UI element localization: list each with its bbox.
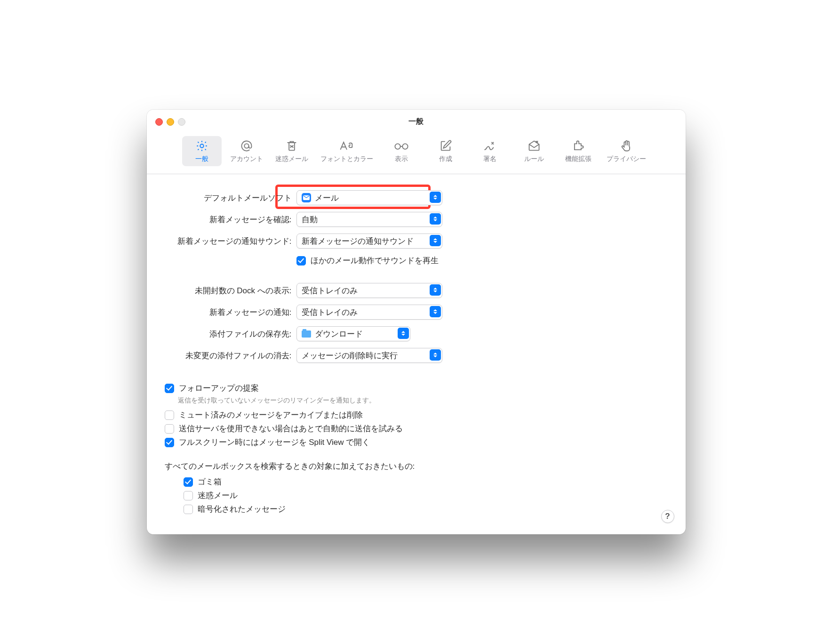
chevron-updown-icon	[430, 213, 441, 225]
mail-app-icon	[302, 193, 311, 202]
followup-subtext: 返信を受け取っていないメッセージのリマインダーを通知します。	[178, 396, 668, 405]
followup-label: フォローアップの提案	[179, 383, 259, 394]
at-icon	[240, 139, 253, 153]
dock-unread-label: 未開封数の Dock への表示:	[165, 285, 296, 296]
downloads-value: ダウンロード	[315, 329, 363, 339]
close-icon[interactable]	[155, 118, 163, 126]
search-junk-label: 迷惑メール	[198, 490, 238, 501]
check-new-label: 新着メッセージを確認:	[165, 214, 296, 225]
notify-new-value: 受信トレイのみ	[302, 307, 358, 318]
tab-label: フォントとカラー	[320, 155, 373, 163]
window-controls	[155, 118, 185, 126]
search-encrypted-label: 暗号化されたメッセージ	[198, 504, 286, 515]
puzzle-icon	[572, 139, 585, 153]
tab-label: 表示	[395, 155, 408, 163]
split-view-label: フルスクリーン時にはメッセージを Split View で開く	[179, 437, 370, 448]
gear-icon	[195, 139, 208, 153]
tab-rules[interactable]: ルール	[514, 136, 554, 166]
svg-point-2	[395, 144, 400, 149]
preferences-body: デフォルトメールソフト メール 新着メッセージを確認: 自動 新着メッセージの通…	[147, 174, 686, 534]
downloads-label: 添付ファイルの保存先:	[165, 329, 296, 339]
tab-label: アカウント	[230, 155, 263, 163]
check-new-popup[interactable]: 自動	[296, 212, 442, 227]
help-button[interactable]: ?	[661, 510, 674, 523]
toolbar: 一般 アカウント 迷惑メール フォントとカラー 表示 作成 署名 ルール	[147, 133, 686, 174]
tab-signatures[interactable]: 署名	[470, 136, 510, 166]
tab-label: 迷惑メール	[275, 155, 308, 163]
tab-label: ルール	[524, 155, 544, 163]
default-mail-value: メール	[315, 193, 339, 203]
folder-icon	[302, 330, 311, 338]
play-other-sounds-label: ほかのメール動作でサウンドを再生	[311, 255, 439, 266]
sound-label: 新着メッセージの通知サウンド:	[165, 236, 296, 247]
remove-attach-label: 未変更の添付ファイルの消去:	[165, 350, 296, 361]
check-new-value: 自動	[302, 214, 318, 225]
tab-general[interactable]: 一般	[182, 136, 222, 166]
svg-point-0	[200, 144, 203, 147]
downloads-popup[interactable]: ダウンロード	[296, 326, 410, 341]
titlebar: 一般	[147, 110, 686, 133]
tab-label: プライバシー	[607, 155, 646, 163]
rules-icon	[528, 139, 541, 153]
play-other-sounds-checkbox[interactable]	[296, 256, 306, 266]
trash-icon	[285, 139, 298, 153]
tab-privacy[interactable]: プライバシー	[603, 136, 650, 166]
split-view-checkbox[interactable]	[165, 438, 174, 447]
tab-fonts-colors[interactable]: フォントとカラー	[317, 136, 377, 166]
svg-point-1	[244, 144, 248, 148]
svg-point-3	[402, 144, 408, 149]
zoom-icon[interactable]	[178, 118, 185, 126]
dock-unread-value: 受信トレイのみ	[302, 285, 358, 296]
retry-send-label: 送信サーバを使用できない場合はあとで自動的に送信を試みる	[179, 423, 403, 434]
window-title: 一般	[408, 117, 424, 127]
sound-value: 新着メッセージの通知サウンド	[302, 236, 414, 247]
compose-icon	[439, 139, 452, 153]
fonts-icon	[339, 139, 355, 153]
sound-popup[interactable]: 新着メッセージの通知サウンド	[296, 233, 442, 249]
tab-composing[interactable]: 作成	[426, 136, 465, 166]
notify-new-label: 新着メッセージの通知:	[165, 307, 296, 318]
chevron-updown-icon	[430, 306, 441, 317]
tab-junk[interactable]: 迷惑メール	[272, 136, 312, 166]
tab-accounts[interactable]: アカウント	[226, 136, 267, 166]
archive-muted-checkbox[interactable]	[165, 411, 174, 420]
tab-label: 一般	[195, 155, 208, 163]
chevron-updown-icon	[398, 328, 409, 339]
preferences-window: 一般 一般 アカウント 迷惑メール フォントとカラー 表示 作成 署名	[147, 110, 686, 534]
chevron-updown-icon	[430, 235, 441, 246]
glasses-icon	[393, 139, 409, 153]
chevron-updown-icon	[430, 349, 441, 361]
remove-attach-popup[interactable]: メッセージの削除時に実行	[296, 348, 442, 363]
search-encrypted-checkbox[interactable]	[184, 505, 193, 514]
search-heading: すべてのメールボックスを検索するときの対象に加えておきたいもの:	[165, 461, 668, 472]
minimize-icon[interactable]	[167, 118, 174, 126]
notify-new-popup[interactable]: 受信トレイのみ	[296, 305, 442, 320]
tab-label: 作成	[439, 155, 452, 163]
signature-icon	[483, 139, 497, 153]
remove-attach-value: メッセージの削除時に実行	[302, 350, 398, 361]
retry-send-checkbox[interactable]	[165, 424, 174, 434]
default-mail-popup[interactable]: メール	[296, 190, 442, 205]
hand-icon	[620, 139, 633, 153]
tab-viewing[interactable]: 表示	[382, 136, 421, 166]
default-mail-label: デフォルトメールソフト	[165, 193, 296, 203]
archive-muted-label: ミュート済みのメッセージをアーカイブまたは削除	[179, 410, 363, 420]
dock-unread-popup[interactable]: 受信トレイのみ	[296, 283, 442, 298]
search-trash-label: ゴミ箱	[198, 476, 222, 487]
search-junk-checkbox[interactable]	[184, 491, 193, 500]
tab-label: 署名	[483, 155, 496, 163]
tab-label: 機能拡張	[565, 155, 592, 163]
search-trash-checkbox[interactable]	[184, 477, 193, 487]
followup-checkbox[interactable]	[165, 384, 174, 393]
chevron-updown-icon	[430, 192, 441, 203]
tab-extensions[interactable]: 機能拡張	[559, 136, 598, 166]
chevron-updown-icon	[430, 284, 441, 296]
